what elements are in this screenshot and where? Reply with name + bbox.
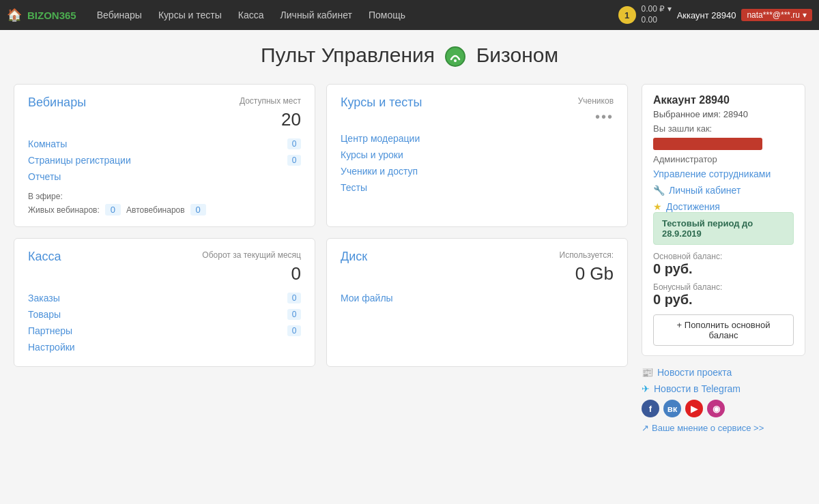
news-label[interactable]: Новости проекта [657,367,732,378]
navbar: 🏠 BIZON365 Вебинары Курсы и тесты Касса … [0,0,819,30]
sidebar-bottom-links: 📰 Новости проекта ✈ Новости в Telegram f… [642,367,805,433]
feedback-link[interactable]: ↗ Ваше мнение о сервисе >> [642,423,805,433]
sidebar-user-redacted [653,138,762,150]
webinars-title[interactable]: Вебинары [28,95,86,110]
kassa-card-header: Касса Оборот за текущий месяц 0 [28,250,301,286]
wrench-icon: 🔧 [653,185,665,196]
kassa-meta: Оборот за текущий месяц 0 [202,250,301,286]
svg-point-1 [454,59,457,62]
main-balance-value: 0 руб. [653,261,794,277]
sidebar-achievements-label[interactable]: Достижения [666,201,720,212]
kassa-orders-label: Заказы [28,293,60,303]
trial-banner: Тестовый период до 28.9.2019 [653,212,794,245]
facebook-icon[interactable]: f [642,400,659,417]
webinars-live-label: Живых вебинаров: [28,205,100,215]
sidebar-logged-as-label: Вы зашли как: [653,123,794,134]
telegram-label[interactable]: Новости в Telegram [654,383,741,394]
nav-courses[interactable]: Курсы и тесты [152,10,229,20]
courses-link-tests[interactable]: Тесты [341,179,614,196]
courses-title[interactable]: Курсы и тесты [341,95,422,110]
home-icon[interactable]: 🏠 [7,8,22,23]
courses-card-header: Курсы и тесты Учеников ••• [341,95,614,126]
webinars-auto-badge: 0 [190,204,206,216]
webinars-meta-label: Доступных мест [240,95,301,107]
youtube-icon[interactable]: ▶ [685,400,703,417]
bizon-logo-icon [444,46,466,68]
kassa-meta-value: 0 [202,261,301,286]
nav-user-dropdown[interactable]: nata***@***.ru ▾ [741,9,812,21]
webinars-live-badge: 0 [105,204,121,216]
disk-link-files[interactable]: Мои файлы [341,290,614,306]
news-link[interactable]: 📰 Новости проекта [642,367,805,378]
nav-account-label: Аккаунт 28940 [677,10,736,20]
main-balance-label: Основной баланс: [653,252,794,261]
nav-webinars[interactable]: Вебинары [90,10,149,20]
webinars-auto-label: Автовебинаров [126,205,185,215]
webinars-reg-label: Страницы регистрации [28,155,131,166]
courses-dots-menu[interactable]: ••• [578,107,614,126]
sidebar-manage-link[interactable]: Управление сотрудниками [653,168,794,179]
courses-link-moderation[interactable]: Центр модерации [341,130,614,147]
sidebar-cabinet-label[interactable]: Личный кабинет [669,185,741,196]
webinars-meta: Доступных мест 20 [240,95,301,132]
brand-prefix: BIZON [27,10,59,21]
webinars-inline: В эфире: Живых вебинаров: 0 Автовебинаро… [28,192,301,216]
courses-link-courses[interactable]: Курсы и уроки [341,147,614,163]
nav-dropdown-arrow: ▾ [803,10,807,20]
disk-meta-value: 0 Gb [560,261,614,286]
vk-icon[interactable]: вк [663,400,681,417]
sidebar-cabinet-link[interactable]: 🔧 Личный кабинет [653,185,794,196]
balance-bottom: 0.00 [642,15,672,26]
navbar-right: 1 0.00 ₽ ▾ 0.00 Аккаунт 28940 nata***@**… [618,4,812,25]
courses-students-label: Ученики и доступ [341,166,418,177]
disk-title[interactable]: Диск [341,250,367,264]
nav-help[interactable]: Помощь [362,10,412,20]
cards-area: Вебинары Доступных мест 20 Комнаты 0 Стр… [14,84,628,433]
kassa-title[interactable]: Касса [28,250,61,264]
disk-files-label: Мои файлы [341,293,393,303]
kassa-link-settings[interactable]: Настройки [28,339,301,355]
webinars-link-rooms[interactable]: Комнаты 0 [28,136,301,152]
courses-meta-label: Учеников [578,95,614,107]
courses-card: Курсы и тесты Учеников ••• Центр модерац… [326,84,628,227]
kassa-meta-label: Оборот за текущий месяц [202,250,301,261]
webinars-card: Вебинары Доступных мест 20 Комнаты 0 Стр… [14,84,315,227]
star-icon: ★ [653,201,662,212]
telegram-link[interactable]: ✈ Новости в Telegram [642,383,805,394]
feedback-label[interactable]: Ваше мнение о сервисе >> [652,423,764,433]
cards-row-1: Вебинары Доступных мест 20 Комнаты 0 Стр… [14,84,628,227]
kassa-link-orders[interactable]: Заказы 0 [28,290,301,306]
kassa-goods-badge: 0 [287,309,301,320]
page-title-after: Бизоном [476,44,558,66]
courses-courses-label: Курсы и уроки [341,149,403,160]
instagram-icon[interactable]: ◉ [707,400,725,417]
page-title-before: Пульт Управления [261,44,435,66]
webinars-link-reports[interactable]: Отчеты [28,168,301,185]
sidebar-achievements-link[interactable]: ★ Достижения [653,201,794,212]
webinars-inline-label: В эфире: [28,192,301,201]
page-wrapper: Пульт Управления Бизоном Вебинары Доступ… [7,30,812,447]
courses-moderation-label: Центр модерации [341,133,420,144]
disk-card-header: Диск Используется: 0 Gb [341,250,614,286]
webinars-card-header: Вебинары Доступных мест 20 [28,95,301,132]
topup-button[interactable]: + Пополнить основной баланс [653,314,794,346]
balance-top: 0.00 ₽ ▾ [642,4,672,15]
webinars-rooms-badge: 0 [287,138,301,149]
cards-row-2: Касса Оборот за текущий месяц 0 Заказы 0… [14,238,628,367]
brand-logo: BIZON365 [27,10,76,21]
courses-link-students[interactable]: Ученики и доступ [341,163,614,179]
sidebar-display-name: Выбранное имя: 28940 [653,109,794,119]
nav-cabinet[interactable]: Личный кабинет [274,10,359,20]
kassa-orders-badge: 0 [287,293,301,303]
nav-kassa[interactable]: Касса [231,10,271,20]
kassa-partners-badge: 0 [287,325,301,336]
kassa-link-partners[interactable]: Партнеры 0 [28,323,301,339]
webinars-meta-value: 20 [240,107,301,132]
brand-suffix: 365 [59,10,76,21]
kassa-link-goods[interactable]: Товары 0 [28,306,301,323]
disk-meta: Используется: 0 Gb [560,250,614,286]
webinars-link-registration[interactable]: Страницы регистрации 0 [28,152,301,168]
kassa-settings-label: Настройки [28,342,75,353]
nav-badge: 1 [618,6,636,24]
news-icon: 📰 [642,367,653,378]
